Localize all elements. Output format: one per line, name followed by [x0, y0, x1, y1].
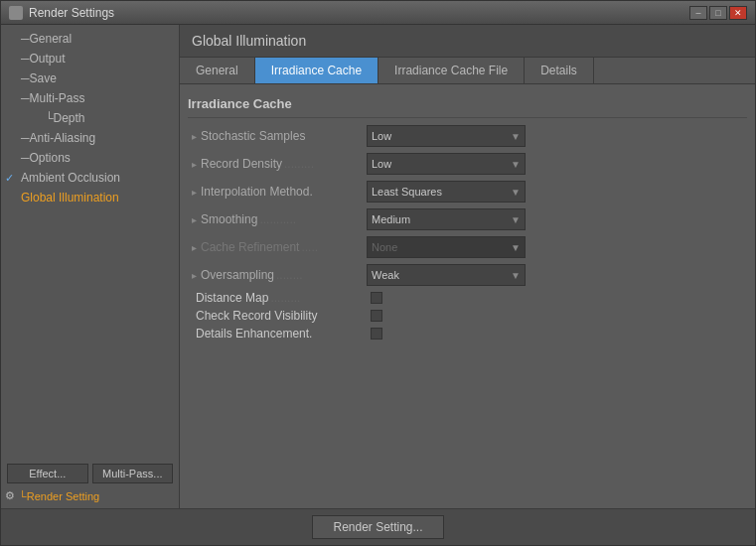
triangle-stochastic: ▸: [192, 131, 197, 142]
main-content: ─General ─Output ─Save ─Multi-Pass └Dept…: [1, 25, 755, 508]
tab-details[interactable]: Details: [525, 58, 594, 83]
control-stochastic-samples: Low ▼: [367, 125, 747, 147]
tab-content: Irradiance Cache ▸ Stochastic Samples Lo…: [180, 84, 755, 508]
dropdown-arrow-interpolation: ▼: [511, 187, 521, 198]
control-record-density: Low ▼: [367, 153, 747, 175]
triangle-interpolation: ▸: [192, 187, 197, 198]
sidebar-label-depth: └Depth: [45, 111, 85, 125]
tab-irradiance-cache[interactable]: Irradiance Cache: [255, 58, 378, 83]
title-bar-left: Render Settings: [9, 6, 114, 20]
sidebar-label-options: ─Options: [21, 151, 71, 165]
field-distance-map: Distance Map .........: [188, 289, 747, 307]
field-smoothing: ▸ Smoothing ........... Medium ▼: [188, 205, 747, 233]
sidebar-item-options[interactable]: ─Options: [1, 148, 179, 168]
dropdown-arrow-record-density: ▼: [511, 159, 521, 170]
window-title: Render Settings: [29, 6, 114, 20]
checkbox-distance-map[interactable]: [371, 292, 382, 304]
sidebar-item-multipass[interactable]: ─Multi-Pass: [1, 88, 179, 108]
effect-button[interactable]: Effect...: [7, 464, 88, 483]
label-stochastic-samples: ▸ Stochastic Samples: [188, 129, 367, 143]
tab-general[interactable]: General: [180, 58, 255, 83]
label-smoothing: ▸ Smoothing ...........: [188, 212, 367, 226]
label-distance-map: Distance Map: [196, 291, 268, 305]
sidebar-label-ambient: Ambient Occlusion: [21, 171, 120, 185]
dropdown-arrow-cache: ▼: [511, 242, 521, 253]
field-interpolation-method: ▸ Interpolation Method. Least Squares ▼: [188, 178, 747, 205]
label-check-record-visibility: Check Record Visibility: [196, 309, 318, 323]
sidebar-item-ambient-occlusion[interactable]: ✓ Ambient Occlusion: [1, 168, 179, 188]
dropdown-smoothing[interactable]: Medium ▼: [367, 208, 526, 230]
maximize-button[interactable]: □: [709, 6, 727, 20]
label-interpolation-method: ▸ Interpolation Method.: [188, 185, 367, 199]
render-setting-button[interactable]: Render Setting...: [312, 515, 443, 539]
sidebar-item-general[interactable]: ─General: [1, 29, 179, 49]
title-bar: Render Settings – □ ✕: [1, 1, 755, 25]
field-oversampling: ▸ Oversampling ........ Weak ▼: [188, 261, 747, 289]
control-smoothing: Medium ▼: [367, 208, 747, 230]
triangle-cache: ▸: [192, 242, 197, 253]
label-record-density: ▸ Record Density .........: [188, 157, 367, 171]
sidebar-footer[interactable]: ⚙ └Render Setting: [1, 487, 179, 504]
field-check-record-visibility: Check Record Visibility: [188, 307, 747, 325]
label-cache-refinement: ▸ Cache Refinement .....: [188, 240, 367, 254]
dropdown-oversampling[interactable]: Weak ▼: [367, 264, 526, 286]
close-button[interactable]: ✕: [729, 6, 747, 20]
sidebar: ─General ─Output ─Save ─Multi-Pass └Dept…: [1, 25, 180, 508]
panel-title: Global Illumination: [180, 25, 755, 58]
triangle-smoothing: ▸: [192, 214, 197, 225]
app-icon: [9, 6, 23, 20]
field-details-enhancement: Details Enhancement.: [188, 325, 747, 342]
dropdown-interpolation-method[interactable]: Least Squares ▼: [367, 181, 526, 203]
main-window: Render Settings – □ ✕ ─General ─Output ─…: [0, 0, 756, 546]
sidebar-item-save[interactable]: ─Save: [1, 68, 179, 88]
checkbox-details-enhancement[interactable]: [371, 328, 382, 340]
sidebar-label-multipass: ─Multi-Pass: [21, 91, 85, 105]
footer-label: └Render Setting: [19, 490, 99, 502]
dropdown-arrow-stochastic: ▼: [511, 131, 521, 142]
sidebar-label-antialiasing: ─Anti-Aliasing: [21, 131, 95, 145]
label-oversampling: ▸ Oversampling ........: [188, 268, 367, 282]
sidebar-label-output: ─Output: [21, 52, 66, 66]
dropdown-cache-refinement[interactable]: None ▼: [367, 236, 526, 258]
control-oversampling: Weak ▼: [367, 264, 747, 286]
label-details-enhancement: Details Enhancement.: [196, 327, 312, 341]
dropdown-arrow-smoothing: ▼: [511, 214, 521, 225]
dropdown-arrow-oversampling: ▼: [511, 270, 521, 281]
control-cache-refinement: None ▼: [367, 236, 747, 258]
sidebar-item-global-illumination[interactable]: Global Illumination: [1, 188, 179, 207]
dropdown-record-density[interactable]: Low ▼: [367, 153, 526, 175]
sidebar-item-antialiasing[interactable]: ─Anti-Aliasing: [1, 128, 179, 148]
sidebar-label-general: ─General: [21, 32, 72, 46]
checkbox-check-record-visibility[interactable]: [371, 310, 382, 322]
field-cache-refinement: ▸ Cache Refinement ..... None ▼: [188, 233, 747, 261]
field-record-density: ▸ Record Density ......... Low ▼: [188, 150, 747, 178]
triangle-record-density: ▸: [192, 159, 197, 170]
content-area: Global Illumination General Irradiance C…: [180, 25, 755, 508]
check-ambient: ✓: [5, 172, 17, 185]
sidebar-label-save: ─Save: [21, 71, 57, 85]
multipass-button[interactable]: Multi-Pass...: [92, 464, 174, 483]
control-interpolation-method: Least Squares ▼: [367, 181, 747, 203]
minimize-button[interactable]: –: [689, 6, 707, 20]
bottom-bar: Render Setting...: [1, 508, 755, 545]
tab-irradiance-cache-file[interactable]: Irradiance Cache File: [378, 58, 525, 83]
tabs: General Irradiance Cache Irradiance Cach…: [180, 58, 755, 84]
field-stochastic-samples: ▸ Stochastic Samples Low ▼: [188, 122, 747, 150]
sidebar-label-global: Global Illumination: [21, 191, 119, 205]
title-buttons: – □ ✕: [689, 6, 747, 20]
triangle-oversampling: ▸: [192, 270, 197, 281]
section-title: Irradiance Cache: [188, 92, 747, 118]
sidebar-item-output[interactable]: ─Output: [1, 49, 179, 68]
sidebar-action-buttons: Effect... Multi-Pass...: [1, 458, 179, 487]
dropdown-stochastic-samples[interactable]: Low ▼: [367, 125, 526, 147]
gear-icon: ⚙: [5, 489, 15, 502]
sidebar-item-depth[interactable]: └Depth: [1, 108, 179, 128]
